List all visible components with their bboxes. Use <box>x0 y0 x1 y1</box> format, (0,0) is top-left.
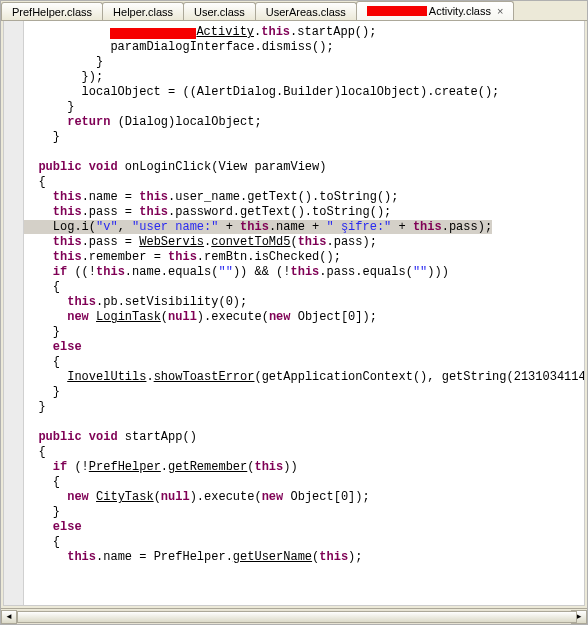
chevron-left-icon: ◄ <box>5 612 13 621</box>
tab-label: Activity.class <box>429 5 491 17</box>
tab-label: UserAreas.class <box>266 6 346 18</box>
scroll-thumb[interactable] <box>17 611 577 623</box>
editor-area: Activity.this.startApp(); paramDialogInt… <box>3 21 585 606</box>
tab-activity[interactable]: Activity.class × <box>356 1 515 20</box>
tab-label: User.class <box>194 6 245 18</box>
tab-user[interactable]: User.class <box>183 2 256 20</box>
ide-window: PrefHelper.class Helper.class User.class… <box>0 0 588 625</box>
tab-userareas[interactable]: UserAreas.class <box>255 2 357 20</box>
tab-helper[interactable]: Helper.class <box>102 2 184 20</box>
tab-prefhelper[interactable]: PrefHelper.class <box>1 2 103 20</box>
horizontal-scrollbar: ◄ ► <box>1 608 587 624</box>
redacted-icon <box>367 6 427 16</box>
scroll-left-button[interactable]: ◄ <box>1 610 17 624</box>
editor-gutter <box>4 21 24 605</box>
redacted-icon <box>110 28 196 39</box>
tab-bar: PrefHelper.class Helper.class User.class… <box>1 1 587 21</box>
scroll-track[interactable] <box>17 610 571 624</box>
code-editor[interactable]: Activity.this.startApp(); paramDialogInt… <box>24 21 584 605</box>
close-icon[interactable]: × <box>497 5 503 17</box>
tab-label: Helper.class <box>113 6 173 18</box>
tab-label: PrefHelper.class <box>12 6 92 18</box>
